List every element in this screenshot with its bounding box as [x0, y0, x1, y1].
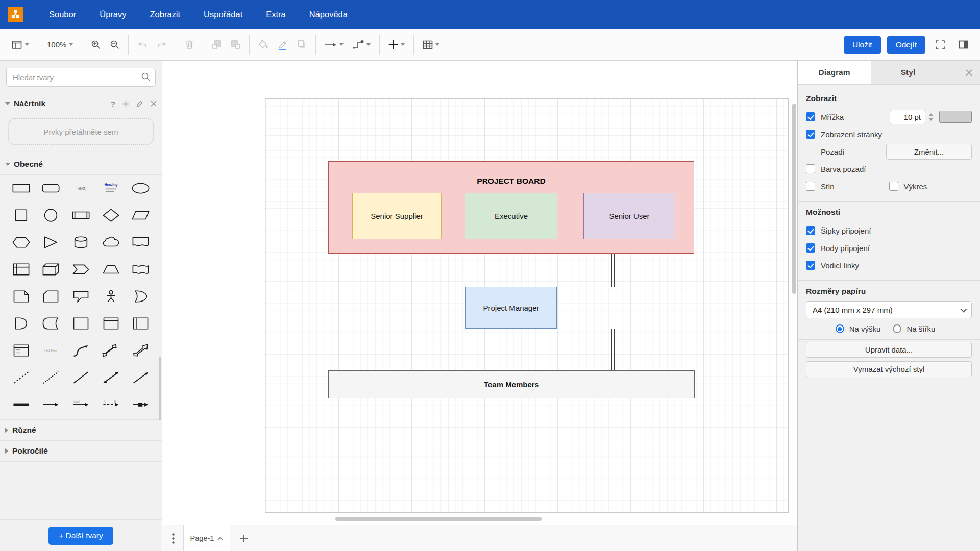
shape-directional-connector[interactable] [126, 366, 156, 388]
menu-usporadat[interactable]: Uspořádat [197, 6, 250, 23]
shape-cube[interactable] [36, 258, 66, 280]
shape-data-storage[interactable] [36, 312, 66, 334]
shape-curve[interactable] [66, 339, 96, 361]
section-general-header[interactable]: Obecné [0, 154, 162, 174]
shape-cloud[interactable] [96, 231, 126, 253]
tab-diagram[interactable]: Diagram [798, 61, 871, 84]
panel-close-button[interactable] [958, 61, 980, 84]
edge-board-to-manager[interactable] [611, 254, 615, 287]
shape-diamond[interactable] [96, 204, 126, 226]
shape-card[interactable] [36, 285, 66, 307]
shape-connector-symbol[interactable] [126, 393, 156, 415]
shape-labeled-edge[interactable]: Label [66, 393, 96, 415]
more-shapes-button[interactable]: + Další tvary [48, 527, 113, 545]
fullscreen-button[interactable] [932, 36, 949, 54]
shape-trapezoid[interactable] [96, 258, 126, 280]
section-misc-header[interactable]: Různé [0, 420, 162, 440]
clear-default-style-button[interactable]: Vymazat výchozí styl [806, 361, 972, 377]
shape-internal-storage[interactable] [6, 258, 36, 280]
connection-points-checkbox[interactable] [806, 243, 815, 253]
shape-square[interactable] [6, 204, 36, 226]
change-background-button[interactable]: Změnit... [886, 144, 972, 160]
landscape-label[interactable]: Na šířku [906, 324, 935, 333]
shape-dashed-line[interactable] [6, 366, 36, 388]
to-back-button[interactable] [227, 36, 244, 53]
canvas-vertical-scrollbar[interactable] [792, 104, 796, 294]
menu-soubor[interactable]: Soubor [42, 6, 83, 23]
sketch-label[interactable]: Výkres [904, 182, 927, 191]
portrait-label[interactable]: Na výšku [849, 324, 881, 333]
exit-button[interactable]: Odejít [887, 36, 925, 54]
shape-edge-arrow[interactable] [36, 393, 66, 415]
shape-list-item[interactable]: List Item [36, 339, 66, 361]
pages-menu-button[interactable] [163, 525, 183, 551]
canvas-horizontal-scrollbar[interactable] [335, 517, 542, 521]
node-project-manager[interactable]: Project Manager [465, 287, 557, 329]
delete-button[interactable] [181, 36, 198, 53]
page-sheet[interactable]: PROJECT BOARD Senior Supplier Executive … [265, 98, 789, 513]
node-team-members[interactable]: Team Members [328, 370, 695, 398]
shape-note[interactable] [6, 285, 36, 307]
shadow-checkbox[interactable] [806, 182, 815, 191]
scratchpad-header[interactable]: Náčrtník ? [0, 93, 162, 114]
redo-button[interactable] [153, 37, 170, 53]
node-senior-supplier[interactable]: Senior Supplier [352, 193, 442, 239]
shape-and[interactable] [6, 312, 36, 334]
page-tab[interactable]: Page-1 [183, 525, 230, 551]
connection-button[interactable] [321, 38, 347, 52]
node-senior-user[interactable]: Senior User [583, 193, 675, 239]
shape-rectangle[interactable] [6, 177, 36, 199]
node-executive[interactable]: Executive [465, 193, 557, 239]
insert-button[interactable] [385, 36, 408, 53]
grid-label[interactable]: Mřížka [821, 113, 844, 121]
shape-text[interactable]: Text [66, 177, 96, 199]
shape-container-vertical[interactable] [126, 312, 156, 334]
menu-extra[interactable]: Extra [259, 6, 293, 23]
shape-dotted-line[interactable] [36, 366, 66, 388]
view-button[interactable] [8, 37, 33, 53]
paper-size-select[interactable]: A4 (210 mm x 297 mm) [806, 301, 972, 318]
format-panel-toggle-button[interactable] [955, 37, 972, 53]
scratchpad-edit-icon[interactable] [136, 100, 143, 107]
sketch-checkbox[interactable] [889, 182, 898, 191]
shape-tape[interactable] [126, 258, 156, 280]
to-front-button[interactable] [208, 36, 225, 53]
shape-parallelogram[interactable] [126, 204, 156, 226]
shape-bidirectional-connector[interactable] [96, 366, 126, 388]
shape-callout[interactable] [66, 285, 96, 307]
zoom-in-button[interactable] [87, 36, 104, 53]
connection-arrows-checkbox[interactable] [806, 226, 815, 235]
guides-label[interactable]: Vodicí linky [821, 261, 859, 270]
save-button[interactable]: Uložit [844, 36, 881, 54]
edit-data-button[interactable]: Upravit data... [806, 342, 972, 358]
shape-bidirectional-arrow[interactable] [96, 339, 126, 361]
line-color-button[interactable] [274, 36, 291, 54]
sidebar-scrollbar[interactable] [159, 357, 161, 420]
shape-hexagon[interactable] [6, 231, 36, 253]
zoom-out-button[interactable] [106, 36, 123, 53]
shape-triangle[interactable] [36, 231, 66, 253]
portrait-radio[interactable] [836, 324, 844, 333]
shape-cylinder[interactable] [66, 231, 96, 253]
tab-style[interactable]: Styl [871, 61, 945, 84]
shape-arrow[interactable] [126, 339, 156, 361]
grid-size-stepper[interactable] [927, 110, 935, 124]
guides-checkbox[interactable] [806, 261, 815, 270]
shape-actor[interactable] [96, 285, 126, 307]
shape-filled-edge[interactable] [6, 393, 36, 415]
shape-or[interactable] [126, 285, 156, 307]
add-page-button[interactable] [230, 525, 257, 551]
fill-color-button[interactable] [255, 36, 272, 53]
grid-size-input[interactable]: 10 pt [890, 110, 925, 124]
node-project-board[interactable]: PROJECT BOARD Senior Supplier Executive … [328, 161, 694, 254]
shape-dashed-edge[interactable]: AB [96, 393, 126, 415]
connection-points-label[interactable]: Body připojení [821, 244, 870, 253]
undo-button[interactable] [134, 37, 151, 53]
page-view-checkbox[interactable] [806, 130, 815, 139]
shape-line[interactable] [66, 366, 96, 388]
scratchpad-close-icon[interactable] [151, 101, 157, 107]
shape-rounded-rectangle[interactable] [36, 177, 66, 199]
waypoints-button[interactable] [349, 36, 374, 54]
grid-checkbox[interactable] [806, 112, 815, 121]
shadow-button[interactable] [293, 36, 310, 53]
